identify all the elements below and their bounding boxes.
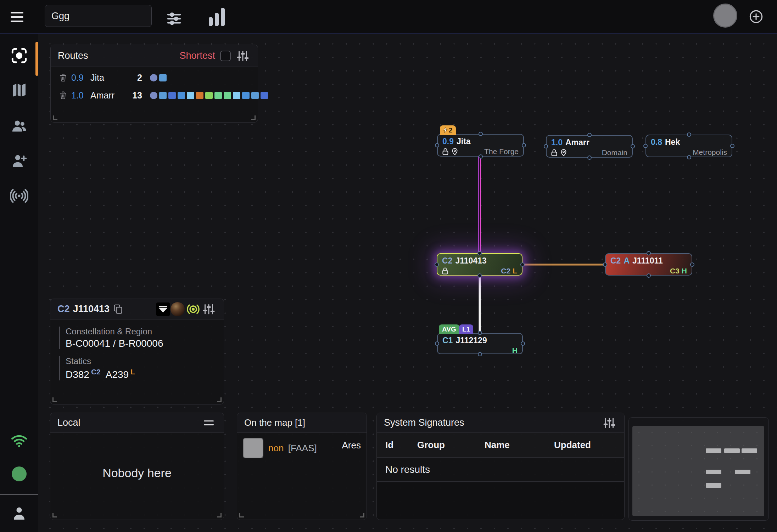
connection-handle[interactable] [587, 133, 592, 137]
resize-handle[interactable] [217, 513, 222, 517]
column-header-name[interactable]: Name [485, 440, 554, 451]
column-header-updated[interactable]: Updated [554, 440, 624, 451]
connection-handle[interactable] [479, 154, 483, 159]
target-scan-icon [186, 302, 200, 316]
connection-handle[interactable] [522, 143, 526, 147]
security-status: 0.8 [651, 137, 662, 147]
delete-route-button[interactable] [58, 73, 68, 82]
connection-handle[interactable] [477, 251, 482, 255]
minimap-node [735, 470, 750, 474]
route-segment [178, 92, 185, 99]
copy-name-button[interactable] [113, 304, 123, 315]
signatures-footer [377, 482, 624, 520]
wormhole-class: C2 [442, 256, 452, 266]
connection-handle[interactable] [435, 143, 439, 147]
signatures-title: System Signatures [384, 417, 464, 428]
map-node-j111011[interactable]: C2 A J111011 C3 H [605, 253, 692, 276]
map-node-j110413[interactable]: C2 J110413 C2 L [437, 253, 522, 276]
connection-j110413-j112129[interactable] [479, 275, 481, 334]
sidebar-item-add-character[interactable] [9, 151, 30, 172]
map-node-hek[interactable]: 0.8 Hek Metropolis [645, 135, 732, 157]
connection-handle[interactable] [521, 341, 525, 346]
minimap-viewport[interactable] [632, 426, 764, 516]
connection-handle[interactable] [690, 262, 694, 267]
copy-icon [113, 304, 123, 315]
resize-handle[interactable] [251, 115, 256, 120]
map-node-j112129[interactable]: AVG L1 C1 J112129 H [437, 333, 523, 354]
connection-handle[interactable] [435, 262, 439, 267]
connection-status [9, 430, 30, 452]
routes-panel: Routes Shortest 0.9 Jita 2 1.0 Amarr 13 [50, 45, 258, 123]
connection-handle[interactable] [479, 132, 483, 136]
local-menu-button[interactable] [201, 415, 217, 431]
connection-handle[interactable] [631, 144, 635, 148]
connection-handle[interactable] [687, 132, 691, 137]
map-filter-button[interactable] [164, 6, 184, 27]
column-header-id[interactable]: Id [385, 440, 417, 451]
shortest-checkbox[interactable] [220, 51, 231, 61]
local-title: Local [57, 417, 80, 428]
route-segment [168, 92, 176, 99]
constellation-region-section: Constellation & Region B-C00041 / B-R000… [59, 327, 224, 349]
connection-handle[interactable] [587, 155, 592, 160]
route-row[interactable]: 0.9 Jita 2 [51, 70, 258, 85]
user-avatar[interactable] [713, 4, 737, 28]
routes-settings-button[interactable] [235, 48, 251, 64]
connection-handle[interactable] [520, 262, 525, 267]
sidebar-item-maps[interactable] [9, 80, 30, 101]
menu-icon[interactable] [11, 10, 25, 24]
connection-jita-j110413[interactable] [478, 157, 481, 254]
connection-handle[interactable] [647, 273, 651, 278]
region-name: Domain [602, 148, 627, 157]
column-header-group[interactable]: Group [417, 440, 485, 451]
map-node-amarr[interactable]: 1.0 Amarr Domain [546, 135, 633, 158]
scan-target-button[interactable] [185, 301, 201, 317]
lock-icon [442, 148, 448, 155]
resize-handle[interactable] [239, 513, 244, 517]
map-select-input[interactable] [45, 5, 152, 27]
node-title: 1.0 Amarr [551, 138, 627, 147]
system-signatures-panel: System Signatures Id Group Name Updated … [376, 413, 625, 520]
signatures-empty-message: No results [377, 458, 624, 482]
on-the-map-panel: On the map [1] non [FAAS] Ares [237, 413, 367, 520]
sidebar-item-characters[interactable] [9, 116, 30, 137]
route-segment [159, 74, 167, 81]
activity-stats-button[interactable] [206, 6, 227, 27]
connection-handle[interactable] [435, 341, 439, 346]
activity-badge: AVG [439, 324, 459, 334]
minimap-node [706, 483, 721, 488]
static-security: L [130, 368, 135, 376]
double-bar-icon [204, 420, 214, 425]
route-row[interactable]: 1.0 Amarr 13 [51, 88, 258, 102]
map-node-jita[interactable]: 2 0.9 Jita The Forge [437, 134, 524, 157]
connection-handle[interactable] [730, 144, 734, 148]
info-settings-button[interactable] [201, 301, 217, 317]
pilot-corp-ticker: [FAAS] [288, 443, 317, 453]
resize-handle[interactable] [217, 397, 222, 402]
resize-handle[interactable] [53, 115, 57, 120]
signatures-settings-button[interactable] [602, 415, 617, 431]
system-class: C2 [57, 304, 70, 315]
sidebar-item-tracking[interactable] [9, 45, 30, 66]
pilot-row[interactable]: non [FAAS] Ares [237, 433, 367, 458]
connection-handle[interactable] [603, 262, 607, 267]
class-rating-button[interactable] [156, 302, 170, 316]
connection-handle[interactable] [687, 155, 691, 159]
connection-handle[interactable] [544, 144, 548, 148]
resize-handle[interactable] [52, 513, 57, 517]
wormhole-effect-button[interactable] [170, 301, 185, 317]
resize-handle[interactable] [360, 513, 364, 517]
connection-handle[interactable] [478, 331, 482, 335]
add-map-button[interactable] [749, 9, 764, 24]
person-add-icon [11, 153, 28, 170]
sidebar-item-profile[interactable] [9, 503, 30, 524]
connection-handle[interactable] [647, 251, 651, 255]
node-title: 0.8 Hek [651, 137, 727, 147]
connection-j110413-j111011[interactable] [522, 264, 605, 266]
sidebar-item-signals[interactable] [9, 185, 30, 206]
connection-handle[interactable] [478, 352, 482, 356]
connection-handle[interactable] [477, 273, 482, 278]
connection-handle[interactable] [643, 144, 648, 148]
delete-route-button[interactable] [58, 91, 68, 100]
resize-handle[interactable] [52, 397, 57, 402]
